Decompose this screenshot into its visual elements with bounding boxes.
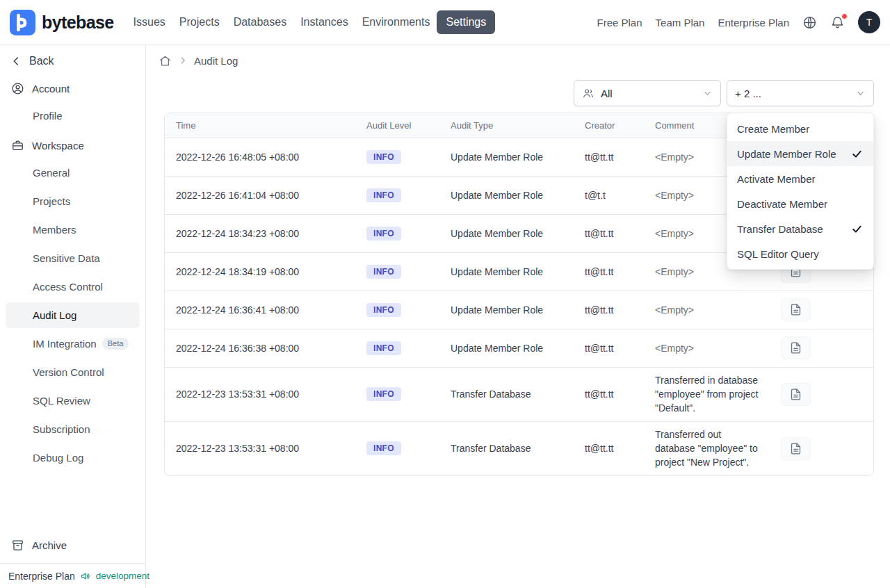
nav-issues[interactable]: Issues: [127, 10, 172, 34]
cell-comment: Transferred in database "employee" from …: [644, 367, 770, 421]
nav-right-cluster: Free Plan Team Plan Enterprise Plan T: [597, 11, 880, 33]
sidebar-item-subscription[interactable]: Subscription: [6, 416, 140, 442]
cell-audit-type: Update Member Role: [439, 291, 574, 329]
cell-audit-type: Transfer Database: [439, 421, 574, 475]
sidebar-item-label: Subscription: [33, 423, 90, 435]
check-icon: [850, 147, 864, 161]
cell-creator: tt@tt.tt: [574, 329, 644, 367]
creator-filter-value: All: [601, 88, 613, 99]
sidebar-item-sensitive-data[interactable]: Sensitive Data: [6, 245, 140, 271]
breadcrumb-audit-log[interactable]: Audit Log: [194, 55, 238, 67]
sidebar-item-version-control[interactable]: Version Control: [6, 359, 140, 385]
audit-level-badge: INFO: [366, 188, 401, 202]
menu-item-create-member[interactable]: Create Member: [727, 116, 873, 141]
sidebar-item-audit-log[interactable]: Audit Log: [6, 302, 140, 328]
creator-filter-select[interactable]: All: [574, 80, 721, 106]
cell-creator: tt@tt.tt: [574, 214, 644, 252]
audit-level-badge: INFO: [366, 227, 401, 240]
menu-item-label: Transfer Database: [737, 223, 823, 235]
menu-item-activate-member[interactable]: Activate Member: [727, 166, 873, 191]
audit-level-badge: INFO: [366, 265, 401, 279]
cell-time: 2022-12-23 13:53:31 +08:00: [165, 367, 355, 421]
sidebar-item-im-integration[interactable]: IM Integration Beta: [6, 331, 140, 357]
sidebar-item-label: Profile: [33, 110, 63, 122]
notification-bell-icon[interactable]: [830, 15, 845, 30]
nav-environments[interactable]: Environments: [355, 10, 437, 34]
speaker-icon: [80, 571, 91, 582]
translate-icon[interactable]: [802, 15, 817, 30]
nav-databases[interactable]: Databases: [227, 10, 294, 34]
sidebar-item-sql-review[interactable]: SQL Review: [6, 388, 140, 414]
menu-item-label: Deactivate Member: [737, 198, 827, 210]
menu-item-deactivate-member[interactable]: Deactivate Member: [727, 191, 873, 216]
col-audit-type: Audit Type: [439, 113, 574, 138]
col-creator: Creator: [574, 113, 644, 138]
chevron-left-icon: [10, 55, 22, 67]
audit-level-badge: INFO: [366, 441, 401, 455]
briefcase-icon: [11, 139, 24, 152]
environment-label[interactable]: development: [96, 571, 149, 581]
menu-item-sql-editor-query[interactable]: SQL Editor Query: [727, 241, 873, 266]
audit-level-badge: INFO: [366, 150, 401, 164]
filter-bar: All + 2 ...: [164, 80, 874, 106]
cell-time: 2022-12-23 13:53:31 +08:00: [165, 421, 355, 475]
sidebar-item-members[interactable]: Members: [6, 217, 140, 243]
audit-type-dropdown-menu: Create Member Update Member Role Activat…: [727, 113, 874, 270]
main-nav: Issues Projects Databases Instances Envi…: [127, 10, 496, 34]
home-icon[interactable]: [159, 54, 172, 67]
cell-comment: Transferred out database "employee" to p…: [644, 421, 770, 475]
audit-type-filter-select[interactable]: + 2 ...: [727, 80, 874, 106]
settings-sidebar: Back Account Profile Workspace General P…: [0, 45, 146, 588]
cell-time: 2022-12-24 16:36:41 +08:00: [165, 291, 355, 329]
nav-projects[interactable]: Projects: [172, 10, 227, 34]
free-plan-link[interactable]: Free Plan: [597, 17, 642, 28]
sidebar-item-label: Access Control: [33, 281, 103, 293]
cell-time: 2022-12-24 18:34:19 +08:00: [165, 252, 355, 291]
cell-audit-type: Update Member Role: [439, 329, 574, 367]
audit-level-badge: INFO: [366, 341, 401, 355]
export-log-button[interactable]: [781, 383, 811, 406]
sidebar-item-debug-log[interactable]: Debug Log: [6, 445, 140, 471]
main-content: Audit Log All + 2 ...: [146, 45, 890, 588]
enterprise-plan-link[interactable]: Enterprise Plan: [718, 17, 789, 28]
menu-item-transfer-database[interactable]: Transfer Database: [727, 216, 873, 241]
document-icon: [788, 441, 803, 456]
top-navigation: bytebase Issues Projects Databases Insta…: [0, 0, 890, 45]
cell-creator: t@t.t: [574, 176, 644, 214]
sidebar-item-projects[interactable]: Projects: [6, 188, 140, 214]
document-icon: [788, 302, 803, 317]
sidebar-item-archive[interactable]: Archive: [6, 531, 140, 559]
menu-item-update-member-role[interactable]: Update Member Role: [727, 141, 873, 166]
section-account: Account: [6, 76, 140, 101]
menu-item-label: SQL Editor Query: [737, 248, 819, 260]
nav-instances[interactable]: Instances: [293, 10, 355, 34]
cell-comment: <Empty>: [644, 329, 770, 367]
check-icon: [850, 222, 864, 236]
cell-creator: tt@tt.tt: [574, 291, 644, 329]
cell-creator: tt@tt.tt: [574, 252, 644, 291]
section-account-label: Account: [32, 83, 70, 95]
sidebar-item-profile[interactable]: Profile: [6, 103, 140, 129]
audit-level-badge: INFO: [366, 387, 401, 401]
export-log-button[interactable]: [781, 298, 811, 321]
sidebar-item-general[interactable]: General: [6, 160, 140, 186]
nav-settings[interactable]: Settings: [437, 10, 495, 34]
team-plan-link[interactable]: Team Plan: [656, 17, 705, 28]
avatar[interactable]: T: [858, 11, 880, 33]
bytebase-logo[interactable]: bytebase: [10, 10, 114, 35]
sidebar-item-label: IM Integration: [33, 338, 97, 350]
cell-creator: tt@tt.tt: [574, 421, 644, 475]
sidebar-item-access-control[interactable]: Access Control: [6, 274, 140, 300]
sidebar-item-label: SQL Review: [33, 395, 90, 407]
document-icon: [788, 387, 803, 402]
menu-item-label: Create Member: [737, 123, 809, 135]
col-time: Time: [165, 113, 355, 138]
export-log-button[interactable]: [781, 336, 811, 359]
cell-audit-type: Update Member Role: [439, 252, 574, 291]
users-icon: [582, 87, 594, 99]
audit-log-row: 2022-12-23 13:53:31 +08:00 INFO Transfer…: [165, 421, 873, 475]
sidebar-item-label: Debug Log: [33, 452, 83, 464]
back-button[interactable]: Back: [6, 49, 140, 73]
audit-type-filter-value: + 2 ...: [735, 88, 761, 99]
export-log-button[interactable]: [781, 437, 811, 460]
